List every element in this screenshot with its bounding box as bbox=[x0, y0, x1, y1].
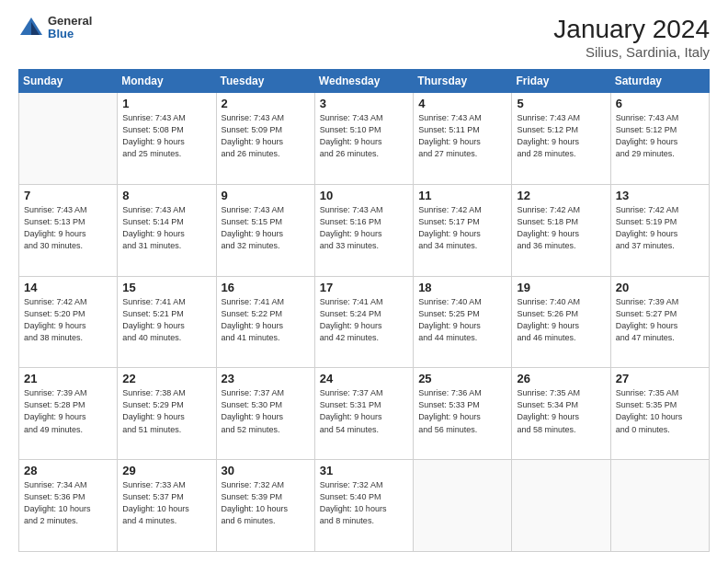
calendar-table: SundayMondayTuesdayWednesdayThursdayFrid… bbox=[18, 69, 710, 552]
day-info: Sunrise: 7:32 AM Sunset: 5:39 PM Dayligh… bbox=[222, 479, 310, 527]
weekday-header-sunday: Sunday bbox=[19, 70, 118, 93]
day-number: 7 bbox=[24, 189, 112, 202]
day-info: Sunrise: 7:42 AM Sunset: 5:19 PM Dayligh… bbox=[616, 204, 704, 252]
calendar-cell: 22Sunrise: 7:38 AM Sunset: 5:29 PM Dayli… bbox=[118, 368, 216, 460]
day-number: 5 bbox=[517, 97, 605, 110]
day-number: 1 bbox=[122, 97, 210, 110]
calendar-week-row: 14Sunrise: 7:42 AM Sunset: 5:20 PM Dayli… bbox=[19, 276, 710, 368]
calendar-cell: 8Sunrise: 7:43 AM Sunset: 5:14 PM Daylig… bbox=[118, 184, 216, 276]
day-number: 15 bbox=[122, 281, 210, 294]
calendar-cell: 30Sunrise: 7:32 AM Sunset: 5:39 PM Dayli… bbox=[216, 460, 314, 552]
calendar-cell: 20Sunrise: 7:39 AM Sunset: 5:27 PM Dayli… bbox=[610, 276, 709, 368]
day-number: 12 bbox=[517, 189, 605, 202]
calendar-cell: 12Sunrise: 7:42 AM Sunset: 5:18 PM Dayli… bbox=[512, 184, 610, 276]
day-number: 2 bbox=[222, 97, 310, 110]
calendar-cell: 16Sunrise: 7:41 AM Sunset: 5:22 PM Dayli… bbox=[216, 276, 314, 368]
day-number: 4 bbox=[418, 97, 506, 110]
weekday-header-friday: Friday bbox=[512, 70, 610, 93]
day-info: Sunrise: 7:35 AM Sunset: 5:34 PM Dayligh… bbox=[517, 387, 605, 435]
day-info: Sunrise: 7:39 AM Sunset: 5:27 PM Dayligh… bbox=[616, 296, 704, 344]
calendar-cell: 14Sunrise: 7:42 AM Sunset: 5:20 PM Dayli… bbox=[19, 276, 118, 368]
calendar-cell: 31Sunrise: 7:32 AM Sunset: 5:40 PM Dayli… bbox=[314, 460, 413, 552]
day-number: 29 bbox=[122, 464, 210, 477]
logo-blue: Blue bbox=[48, 28, 92, 40]
day-info: Sunrise: 7:42 AM Sunset: 5:18 PM Dayligh… bbox=[517, 204, 605, 252]
weekday-header-row: SundayMondayTuesdayWednesdayThursdayFrid… bbox=[19, 70, 710, 93]
weekday-header-wednesday: Wednesday bbox=[314, 70, 413, 93]
calendar-cell: 23Sunrise: 7:37 AM Sunset: 5:30 PM Dayli… bbox=[216, 368, 314, 460]
calendar-cell: 6Sunrise: 7:43 AM Sunset: 5:12 PM Daylig… bbox=[610, 93, 709, 185]
calendar-cell: 3Sunrise: 7:43 AM Sunset: 5:10 PM Daylig… bbox=[314, 93, 413, 185]
day-info: Sunrise: 7:43 AM Sunset: 5:11 PM Dayligh… bbox=[418, 112, 506, 160]
day-info: Sunrise: 7:37 AM Sunset: 5:30 PM Dayligh… bbox=[222, 387, 310, 435]
logo-text: General Blue bbox=[48, 15, 92, 41]
day-number: 6 bbox=[616, 97, 704, 110]
calendar-cell bbox=[19, 93, 118, 185]
calendar-week-row: 28Sunrise: 7:34 AM Sunset: 5:36 PM Dayli… bbox=[19, 460, 710, 552]
calendar-week-row: 1Sunrise: 7:43 AM Sunset: 5:08 PM Daylig… bbox=[19, 93, 710, 185]
calendar-cell: 26Sunrise: 7:35 AM Sunset: 5:34 PM Dayli… bbox=[512, 368, 610, 460]
day-number: 26 bbox=[517, 372, 605, 385]
day-info: Sunrise: 7:34 AM Sunset: 5:36 PM Dayligh… bbox=[24, 479, 112, 527]
logo: General Blue bbox=[18, 15, 92, 41]
calendar-cell: 11Sunrise: 7:42 AM Sunset: 5:17 PM Dayli… bbox=[414, 184, 512, 276]
calendar-cell: 28Sunrise: 7:34 AM Sunset: 5:36 PM Dayli… bbox=[19, 460, 118, 552]
calendar-cell: 13Sunrise: 7:42 AM Sunset: 5:19 PM Dayli… bbox=[610, 184, 709, 276]
day-info: Sunrise: 7:43 AM Sunset: 5:10 PM Dayligh… bbox=[320, 112, 408, 160]
logo-icon bbox=[18, 15, 44, 40]
calendar-cell: 10Sunrise: 7:43 AM Sunset: 5:16 PM Dayli… bbox=[314, 184, 413, 276]
day-info: Sunrise: 7:41 AM Sunset: 5:22 PM Dayligh… bbox=[222, 296, 310, 344]
calendar-cell bbox=[610, 460, 709, 552]
day-info: Sunrise: 7:43 AM Sunset: 5:14 PM Dayligh… bbox=[122, 204, 210, 252]
calendar-cell: 24Sunrise: 7:37 AM Sunset: 5:31 PM Dayli… bbox=[314, 368, 413, 460]
day-number: 9 bbox=[222, 189, 310, 202]
day-number: 30 bbox=[222, 464, 310, 477]
calendar-cell: 18Sunrise: 7:40 AM Sunset: 5:25 PM Dayli… bbox=[414, 276, 512, 368]
weekday-header-monday: Monday bbox=[118, 70, 216, 93]
day-number: 22 bbox=[122, 372, 210, 385]
day-number: 31 bbox=[320, 464, 408, 477]
logo-general: General bbox=[48, 15, 92, 28]
calendar-cell: 17Sunrise: 7:41 AM Sunset: 5:24 PM Dayli… bbox=[314, 276, 413, 368]
day-info: Sunrise: 7:42 AM Sunset: 5:20 PM Dayligh… bbox=[24, 296, 112, 344]
day-info: Sunrise: 7:38 AM Sunset: 5:29 PM Dayligh… bbox=[122, 387, 210, 435]
day-info: Sunrise: 7:35 AM Sunset: 5:35 PM Dayligh… bbox=[616, 387, 704, 435]
day-number: 17 bbox=[320, 281, 408, 294]
day-info: Sunrise: 7:43 AM Sunset: 5:16 PM Dayligh… bbox=[320, 204, 408, 252]
calendar-cell: 19Sunrise: 7:40 AM Sunset: 5:26 PM Dayli… bbox=[512, 276, 610, 368]
calendar-cell: 21Sunrise: 7:39 AM Sunset: 5:28 PM Dayli… bbox=[19, 368, 118, 460]
day-info: Sunrise: 7:43 AM Sunset: 5:08 PM Dayligh… bbox=[122, 112, 210, 160]
calendar-week-row: 7Sunrise: 7:43 AM Sunset: 5:13 PM Daylig… bbox=[19, 184, 710, 276]
day-info: Sunrise: 7:43 AM Sunset: 5:15 PM Dayligh… bbox=[222, 204, 310, 252]
day-number: 18 bbox=[418, 281, 506, 294]
day-number: 20 bbox=[616, 281, 704, 294]
calendar-cell: 7Sunrise: 7:43 AM Sunset: 5:13 PM Daylig… bbox=[19, 184, 118, 276]
day-info: Sunrise: 7:40 AM Sunset: 5:25 PM Dayligh… bbox=[418, 296, 506, 344]
calendar-cell: 1Sunrise: 7:43 AM Sunset: 5:08 PM Daylig… bbox=[118, 93, 216, 185]
day-number: 3 bbox=[320, 97, 408, 110]
day-number: 28 bbox=[24, 464, 112, 477]
day-number: 23 bbox=[222, 372, 310, 385]
day-info: Sunrise: 7:40 AM Sunset: 5:26 PM Dayligh… bbox=[517, 296, 605, 344]
calendar-cell bbox=[414, 460, 512, 552]
calendar-cell: 4Sunrise: 7:43 AM Sunset: 5:11 PM Daylig… bbox=[414, 93, 512, 185]
day-number: 16 bbox=[222, 281, 310, 294]
calendar-cell: 5Sunrise: 7:43 AM Sunset: 5:12 PM Daylig… bbox=[512, 93, 610, 185]
day-number: 24 bbox=[320, 372, 408, 385]
day-number: 13 bbox=[616, 189, 704, 202]
page: General Blue January 2024 Silius, Sardin… bbox=[0, 0, 728, 563]
weekday-header-thursday: Thursday bbox=[414, 70, 512, 93]
calendar-cell: 15Sunrise: 7:41 AM Sunset: 5:21 PM Dayli… bbox=[118, 276, 216, 368]
calendar-week-row: 21Sunrise: 7:39 AM Sunset: 5:28 PM Dayli… bbox=[19, 368, 710, 460]
day-info: Sunrise: 7:37 AM Sunset: 5:31 PM Dayligh… bbox=[320, 387, 408, 435]
day-info: Sunrise: 7:43 AM Sunset: 5:12 PM Dayligh… bbox=[517, 112, 605, 160]
calendar-cell: 29Sunrise: 7:33 AM Sunset: 5:37 PM Dayli… bbox=[118, 460, 216, 552]
calendar-cell: 25Sunrise: 7:36 AM Sunset: 5:33 PM Dayli… bbox=[414, 368, 512, 460]
day-info: Sunrise: 7:33 AM Sunset: 5:37 PM Dayligh… bbox=[122, 479, 210, 527]
day-info: Sunrise: 7:36 AM Sunset: 5:33 PM Dayligh… bbox=[418, 387, 506, 435]
calendar-subtitle: Silius, Sardinia, Italy bbox=[553, 44, 710, 60]
day-number: 25 bbox=[418, 372, 506, 385]
day-info: Sunrise: 7:41 AM Sunset: 5:21 PM Dayligh… bbox=[122, 296, 210, 344]
day-info: Sunrise: 7:32 AM Sunset: 5:40 PM Dayligh… bbox=[320, 479, 408, 527]
calendar-cell: 9Sunrise: 7:43 AM Sunset: 5:15 PM Daylig… bbox=[216, 184, 314, 276]
